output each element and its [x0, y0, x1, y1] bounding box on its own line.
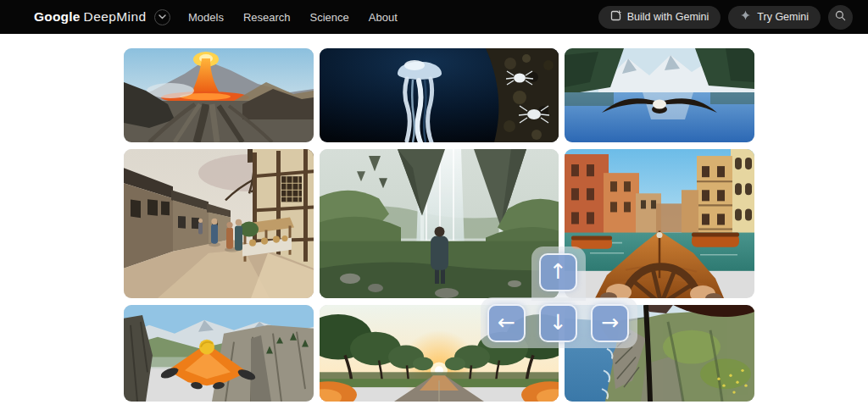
header-actions: Build with Gemini Try Gemini: [598, 0, 853, 34]
arrow-left-icon: ←: [498, 312, 515, 333]
arrow-left-key[interactable]: ←: [487, 304, 526, 342]
arrow-up-icon: ↑: [549, 261, 567, 282]
arrow-down-key[interactable]: ↓: [539, 304, 577, 342]
arrow-right-key[interactable]: →: [591, 304, 629, 342]
top-navigation-bar: Google DeepMind Models Research Science …: [0, 0, 868, 34]
try-button-label: Try Gemini: [757, 11, 809, 23]
main-nav: Models Research Science About: [188, 0, 398, 34]
sparkle-icon: [740, 10, 751, 24]
arrow-down-icon: ↓: [549, 312, 567, 333]
build-button-label: Build with Gemini: [627, 11, 709, 23]
jellyfish-scene: [320, 48, 559, 142]
video-tile-eagle: [565, 48, 754, 142]
nav-about[interactable]: About: [369, 11, 398, 24]
logo-google: Google: [34, 9, 81, 25]
search-button[interactable]: [828, 5, 853, 30]
floating-islands-scene: [320, 149, 559, 298]
google-deepmind-logo[interactable]: Google DeepMind: [34, 0, 170, 34]
video-tile-volcano: [124, 48, 314, 142]
video-gallery: [124, 48, 754, 402]
nav-models[interactable]: Models: [188, 11, 224, 24]
wingsuit-scene: [124, 305, 314, 402]
chevron-down-icon[interactable]: [154, 9, 170, 25]
video-tile-jellyfish: [320, 48, 559, 142]
village-scene: [124, 149, 314, 298]
search-icon: [835, 10, 846, 24]
eagle-scene: [565, 48, 754, 142]
try-gemini-button[interactable]: Try Gemini: [728, 6, 821, 29]
video-tile-floating-islands: [320, 149, 559, 298]
build-icon: [610, 10, 621, 24]
video-tile-wingsuit: [124, 305, 314, 402]
arrow-up-key[interactable]: ↑: [539, 253, 577, 291]
logo-deepmind: DeepMind: [84, 9, 147, 25]
video-tile-village: [124, 149, 314, 298]
nav-science[interactable]: Science: [310, 11, 349, 24]
venice-scene: [565, 149, 754, 298]
build-with-gemini-button[interactable]: Build with Gemini: [598, 6, 721, 29]
arrow-right-icon: →: [601, 312, 619, 333]
volcano-scene: [124, 48, 314, 142]
nav-research[interactable]: Research: [243, 11, 291, 24]
video-tile-venice: [565, 149, 754, 298]
